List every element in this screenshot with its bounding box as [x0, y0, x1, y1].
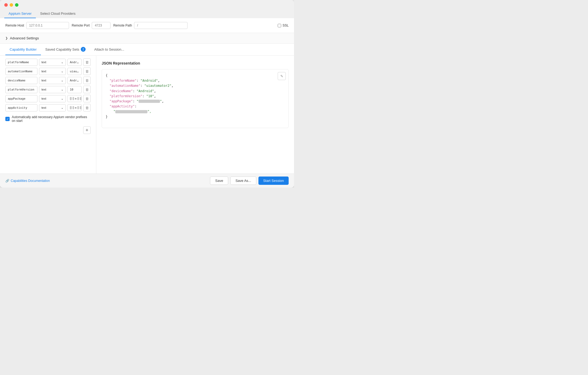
json-edit-button[interactable]: ✎ [278, 72, 286, 80]
json-panel-title: JSON Representation [102, 61, 289, 65]
cap-type-devicename[interactable]: text ⌄ [39, 77, 66, 84]
advanced-settings-label: Advanced Settings [10, 36, 39, 40]
chevron-down-icon: ⌄ [61, 70, 63, 73]
capability-row: text ⌄ 🗑 [5, 68, 91, 75]
tab-attach-session[interactable]: Attach to Session... [90, 44, 128, 55]
titlebar: Appium Server Select Cloud Providers [0, 0, 294, 18]
auto-prefix-row: ✓ Automatically add necessary Appium ven… [5, 113, 91, 125]
capability-builder-panel: text ⌄ 🗑 text ⌄ 🗑 [0, 56, 96, 174]
minimize-icon[interactable] [10, 3, 13, 7]
capability-row: text ⌄ 🗑 [5, 58, 91, 66]
cap-name-platformname[interactable] [5, 59, 37, 66]
capability-tabs: Capability Builder Saved Capability Sets… [0, 44, 294, 56]
cap-type-apppackage[interactable]: text ⌄ [39, 95, 66, 102]
json-representation-box: ✎ { "platformName": "Android", "automati… [102, 69, 289, 128]
save-button[interactable]: Save [210, 177, 228, 185]
remote-port-label: Remote Port [72, 24, 90, 27]
cap-type-label: text [41, 88, 46, 91]
server-config-row: Remote Host Remote Port Remote Path SSL [0, 18, 294, 33]
cap-value-apppackage[interactable]: ■ [67, 95, 82, 102]
app-window: Appium Server Select Cloud Providers Rem… [0, 0, 294, 188]
capabilities-docs-link[interactable]: 🔗 Capabilities Documentation [5, 179, 50, 183]
cap-name-platformversion[interactable] [5, 86, 37, 93]
capability-row: text ⌄ ■ 🗑 [5, 95, 91, 102]
remote-path-input[interactable] [134, 22, 188, 29]
auto-prefix-checkbox[interactable]: ✓ [5, 117, 10, 121]
remote-path-group: Remote Path [113, 22, 188, 29]
delete-automationname-button[interactable]: 🗑 [83, 68, 91, 75]
remote-port-group: Remote Port [72, 22, 110, 29]
chevron-down-icon: ⌄ [61, 79, 63, 82]
capability-row: text ⌄ 🗑 [5, 86, 91, 93]
attach-session-label: Attach to Session... [94, 47, 124, 51]
cap-name-appactivity[interactable] [5, 104, 37, 111]
tab-capability-builder[interactable]: Capability Builder [5, 44, 41, 55]
chevron-down-icon: ⌄ [61, 61, 63, 64]
capability-builder-label: Capability Builder [10, 47, 37, 51]
delete-appactivity-button[interactable]: 🗑 [83, 104, 91, 111]
remote-host-input[interactable] [26, 22, 69, 29]
chevron-down-icon: ⌄ [61, 88, 63, 91]
delete-platformname-button[interactable]: 🗑 [83, 58, 91, 66]
tab-saved-capability-sets[interactable]: Saved Capability Sets 2 [41, 44, 90, 55]
cap-name-devicename[interactable] [5, 77, 37, 84]
cap-value-appactivity[interactable]: ■ [67, 104, 82, 111]
ssl-group: SSL [278, 24, 289, 27]
remote-host-label: Remote Host [5, 24, 24, 27]
chevron-down-icon: ⌄ [61, 106, 63, 110]
cap-type-automationname[interactable]: text ⌄ [39, 68, 66, 75]
main-split: text ⌄ 🗑 text ⌄ 🗑 [0, 56, 294, 174]
capability-row: text ⌄ 🗑 [5, 77, 91, 84]
json-panel: JSON Representation ✎ { "platformName": … [96, 56, 294, 174]
delete-apppackage-button[interactable]: 🗑 [83, 95, 91, 102]
cap-type-platformname[interactable]: text ⌄ [39, 59, 66, 66]
remote-host-group: Remote Host [5, 22, 69, 29]
cap-type-label: text [41, 106, 46, 109]
bottom-actions: Save Save As... Start Session [210, 177, 289, 185]
bottom-bar: 🔗 Capabilities Documentation Save Save A… [0, 174, 294, 188]
delete-devicename-button[interactable]: 🗑 [83, 77, 91, 84]
add-capability-button[interactable]: + [83, 126, 91, 134]
cap-type-label: text [41, 61, 46, 64]
save-as-button[interactable]: Save As... [230, 177, 256, 185]
cap-name-automationname[interactable] [5, 68, 37, 75]
advanced-settings-toggle[interactable]: ❯ Advanced Settings [5, 36, 289, 40]
remote-port-input[interactable] [92, 22, 110, 29]
cap-type-label: text [41, 70, 46, 73]
tab-appium-server[interactable]: Appium Server [4, 9, 36, 18]
docs-link-label: Capabilities Documentation [11, 179, 50, 183]
traffic-lights [4, 3, 290, 7]
cap-value-platformversion[interactable] [67, 86, 82, 93]
cap-value-devicename[interactable] [67, 77, 82, 84]
start-session-button[interactable]: Start Session [258, 177, 289, 185]
saved-sets-label: Saved Capability Sets [45, 47, 79, 51]
link-icon: 🔗 [5, 179, 9, 183]
cap-type-label: text [41, 79, 46, 82]
auto-prefix-label: Automatically add necessary Appium vendo… [12, 115, 91, 123]
maximize-icon[interactable] [15, 3, 18, 7]
ssl-label: SSL [282, 24, 289, 27]
cap-value-automationname[interactable] [67, 68, 82, 75]
saved-sets-badge: 2 [81, 47, 86, 52]
close-icon[interactable] [4, 3, 8, 7]
chevron-down-icon: ⌄ [61, 97, 63, 100]
cap-type-appactivity[interactable]: text ⌄ [39, 104, 66, 111]
capability-row: text ⌄ ■ 🗑 [5, 104, 91, 111]
main-tabs: Appium Server Select Cloud Providers [4, 9, 290, 18]
chevron-right-icon: ❯ [5, 36, 8, 40]
cap-name-apppackage[interactable] [5, 95, 37, 102]
delete-platformversion-button[interactable]: 🗑 [83, 86, 91, 93]
tab-cloud-providers[interactable]: Select Cloud Providers [36, 9, 80, 18]
ssl-checkbox[interactable] [278, 24, 281, 27]
cap-value-platformname[interactable] [67, 59, 82, 66]
add-capability-row: + [5, 126, 91, 134]
remote-path-label: Remote Path [113, 24, 132, 27]
main-content: Remote Host Remote Port Remote Path SSL … [0, 18, 294, 174]
cap-type-label: text [41, 97, 46, 100]
cap-type-platformversion[interactable]: text ⌄ [39, 86, 66, 93]
advanced-settings-section: ❯ Advanced Settings [0, 33, 294, 44]
